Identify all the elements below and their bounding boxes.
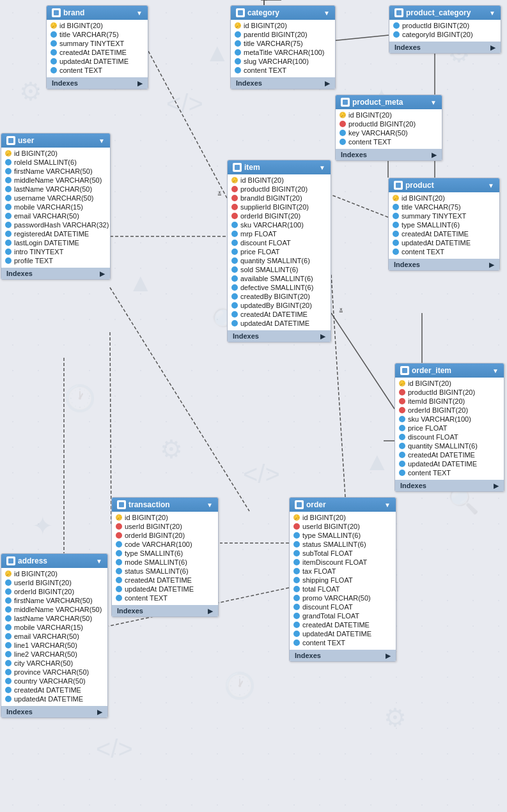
user-field-firstname: firstName VARCHAR(50) [1,167,110,176]
prod-meta-indexes-arrow: ▶ [432,151,437,158]
prod-cat-arrow[interactable]: ▼ [489,10,495,17]
tx-field-content: content TEXT [112,594,218,602]
item-field-supplierid: supplierId BIGINT(20) [228,203,331,211]
user-indexes[interactable]: Indexes ▶ [1,268,110,279]
transaction-table-icon [117,500,126,509]
brand-table-icon [52,8,61,17]
category-indexes[interactable]: Indexes ▶ [231,77,335,89]
brand-arrow[interactable]: ▼ [136,10,143,17]
brand-regular-icon-3 [51,49,57,56]
item-arrow[interactable]: ▼ [319,164,325,171]
brand-regular-icon-2 [51,40,57,47]
addr-field-orderid: orderId BIGINT(20) [1,587,107,596]
order-body: 🔑id BIGINT(20) userId BIGINT(20) type SM… [290,512,396,648]
item-field-orderid: orderId BIGINT(20) [228,211,331,220]
brand-indexes-arrow: ▶ [137,80,143,87]
address-body: 🔑id BIGINT(20) userId BIGINT(20) orderId… [1,568,107,705]
prod-cat-indexes-label: Indexes [394,43,421,51]
order-item-arrow[interactable]: ▼ [492,367,499,374]
brand-regular-icon-5 [51,67,57,73]
oi-field-itemid: itemId BIGINT(20) [395,397,504,406]
item-body: 🔑id BIGINT(20) productId BIGINT(20) bran… [228,174,331,329]
brand-regular-icon-4 [51,58,57,65]
user-indexes-arrow: ▶ [100,270,105,277]
order-header: order ▼ [290,498,396,512]
brand-field-content: content TEXT [47,66,148,75]
bg-icon-14: ▲ [364,447,390,476]
item-field-sku: sku VARCHAR(100) [228,220,331,229]
category-arrow[interactable]: ▼ [324,10,330,17]
category-title: category [247,8,279,17]
tx-field-orderid: orderId BIGINT(20) [112,531,218,540]
product-meta-body: 🔑id BIGINT(20) productId BIGINT(20) key … [336,109,442,148]
category-field-parentid: parentId BIGINT(20) [231,30,335,39]
item-header: item ▼ [228,160,331,174]
order-item-indexes-arrow: ▶ [494,482,499,489]
table-category: category ▼ 🔑id BIGINT(20) parentId BIGIN… [230,5,336,89]
product-indexes[interactable]: Indexes ▶ [389,259,499,270]
user-title: user [18,136,34,145]
svg-text:⩮: ⩮ [339,306,343,315]
order-field-itemdiscount: itemDiscount FLOAT [290,558,396,567]
user-arrow[interactable]: ▼ [98,137,105,144]
item-field-mrp: mrp FLOAT [228,229,331,238]
product-header: product ▼ [389,178,499,192]
bg-icon-17: 🕐 [224,671,256,701]
order-item-indexes[interactable]: Indexes ▶ [395,480,504,491]
item-title: item [244,163,260,172]
category-indexes-arrow: ▶ [325,80,330,87]
table-product-meta: product_meta ▼ 🔑id BIGINT(20) productId … [335,95,442,161]
table-address: address ▼ 🔑id BIGINT(20) userId BIGINT(2… [1,553,108,718]
table-order: order ▼ 🔑id BIGINT(20) userId BIGINT(20)… [289,497,396,662]
item-indexes-arrow: ▶ [320,333,325,340]
product-meta-indexes[interactable]: Indexes ▶ [336,149,442,160]
brand-body: 🔑id BIGINT(20) title VARCHAR(75) summary… [47,20,148,76]
oi-field-updated: updatedAt DATETIME [395,459,504,468]
category-table-icon [236,8,245,17]
tx-field-userid: userId BIGINT(20) [112,522,218,531]
transaction-indexes[interactable]: Indexes ▶ [112,605,218,617]
tx-field-mode: mode SMALLINT(6) [112,558,218,567]
product-category-header: product_category ▼ [389,6,501,20]
product-category-body: productId BIGINT(20) categoryId BIGINT(2… [389,20,501,40]
product-category-indexes[interactable]: Indexes ▶ [389,42,501,53]
tx-field-updated: updatedAt DATETIME [112,585,218,594]
address-table-icon [6,556,15,565]
addr-field-firstname: firstName VARCHAR(50) [1,596,107,605]
tx-field-code: code VARCHAR(100) [112,540,218,549]
addr-field-middlename: middleName VARCHAR(50) [1,605,107,614]
order-indexes[interactable]: Indexes ▶ [290,650,396,661]
addr-field-province: province VARCHAR(50) [1,668,107,677]
transaction-indexes-arrow: ▶ [208,608,213,615]
order-item-header: order_item ▼ [395,364,504,378]
order-item-body: 🔑id BIGINT(20) productId BIGINT(20) item… [395,378,504,479]
transaction-arrow[interactable]: ▼ [207,502,213,509]
order-field-total: total FLOAT [290,585,396,594]
category-body: 🔑id BIGINT(20) parentId BIGINT(20) title… [231,20,335,76]
bg-icon-16: ✦ [32,511,54,540]
user-field-lastname: lastName VARCHAR(50) [1,185,110,194]
item-indexes[interactable]: Indexes ▶ [228,330,331,342]
product-field-title: title VARCHAR(75) [389,203,499,211]
product-field-type: type SMALLINT(6) [389,220,499,229]
order-indexes-arrow: ▶ [386,652,391,659]
order-field-status: status SMALLINT(6) [290,540,396,549]
category-field-title: title VARCHAR(75) [231,39,335,48]
addr-field-updated: updatedAt DATETIME [1,694,107,703]
order-arrow[interactable]: ▼ [384,502,391,509]
prodcat-field-categoryid: categoryId BIGINT(20) [389,30,501,39]
brand-field-id: 🔑id BIGINT(20) [47,21,148,30]
bg-icon-4: ▲ [205,38,230,67]
oi-field-created: createdAt DATETIME [395,450,504,459]
product-body: 🔑id BIGINT(20) title VARCHAR(75) summary… [389,192,499,257]
address-arrow[interactable]: ▼ [96,558,102,565]
product-arrow[interactable]: ▼ [488,182,494,189]
prod-meta-arrow[interactable]: ▼ [430,99,437,106]
category-field-metatitle: metaTitle VARCHAR(100) [231,48,335,57]
brand-indexes[interactable]: Indexes ▶ [47,77,148,89]
product-table-icon [394,181,403,190]
bg-icon-12: ⚙ [160,434,183,464]
product-indexes-arrow: ▶ [489,261,494,268]
oi-field-quantity: quantity SMALLINT(6) [395,441,504,450]
address-indexes[interactable]: Indexes ▶ [1,706,107,717]
